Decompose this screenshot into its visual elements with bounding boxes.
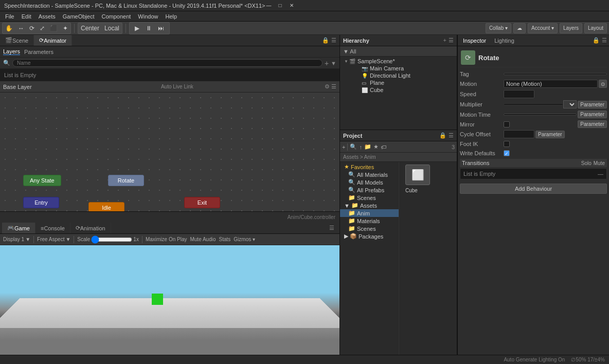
play-button[interactable]: ▶ [133,24,141,33]
fav-scenes[interactable]: 📁 Scenes [340,194,399,202]
cloud-button[interactable]: ☁ [513,23,526,33]
motion-time-param-btn[interactable]: Parameter [578,111,607,118]
project-add-btn[interactable]: + [342,144,345,150]
game-panel-menu[interactable]: ☰ [329,225,334,231]
fav-materials[interactable]: 🔍 All Materials [340,171,399,178]
assets-scenes[interactable]: 📁 Scenes [340,225,399,232]
menu-component[interactable]: Component [98,13,134,20]
menu-edit[interactable]: Edit [19,13,34,20]
close-button[interactable]: ✕ [288,2,295,9]
project-tags-btn[interactable]: 🏷 [381,144,386,150]
state-any-state[interactable]: Any State [23,175,61,186]
tab-animator[interactable]: ⟳ Animator [34,35,72,46]
hierarchy-plane[interactable]: ▭ Plane [340,79,457,86]
motion-pick-button[interactable]: ⊙ [599,80,607,88]
pause-button[interactable]: ⏸ [144,24,154,33]
menu-help[interactable]: Help [162,13,180,20]
display-selector[interactable]: Display 1 ▼ [3,236,30,242]
maximize-button[interactable]: □ [277,2,284,9]
inspector-lock-icon[interactable]: 🔒 [593,37,600,44]
foot-ik-checkbox[interactable] [504,141,510,147]
space-button[interactable]: Local [102,24,121,33]
collab-button[interactable]: Collab ▾ [486,23,511,33]
param-menu-button[interactable]: ▼ [331,60,336,66]
menu-gameobject[interactable]: GameObject [60,13,98,20]
transitions-expand-icon[interactable]: — [598,171,603,177]
transform-move[interactable]: ↔ [16,24,26,33]
project-folder-btn[interactable]: 📁 [364,143,371,150]
mute-audio[interactable]: Mute Audio [190,236,216,242]
transform-multi[interactable]: ✦ [61,24,70,33]
multiplier-param-btn[interactable]: Parameter [578,101,607,108]
multiplier-field[interactable] [504,103,563,105]
assets-materials[interactable]: 📁 Materials [340,217,399,225]
motion-value[interactable]: None (Motion) [504,80,598,88]
transform-hand[interactable]: ✋ [3,24,15,33]
transform-rotate[interactable]: ⟳ [27,24,37,33]
layers-button[interactable]: Layers [560,23,582,33]
mute-label[interactable]: Mute [594,160,605,166]
project-star-btn[interactable]: ★ [373,143,379,150]
tab-scene[interactable]: 🎬 Scene [0,35,34,46]
cycle-offset-param-btn[interactable]: Parameter [535,131,565,138]
cube-asset[interactable]: ⬜ Cube [401,164,455,194]
hierarchy-add-icon[interactable]: + [443,37,446,44]
hierarchy-light[interactable]: 💡 Directional Light [340,72,457,79]
write-defaults-checkbox[interactable]: ✓ [504,150,510,156]
hierarchy-cube[interactable]: ⬜ Cube [340,86,457,94]
multiplier-dropdown[interactable] [563,100,577,108]
search-input[interactable] [12,59,323,67]
assets-root[interactable]: ▼ 📁 Assets [340,202,399,209]
tag-value[interactable] [504,73,607,75]
motion-time-field[interactable] [504,114,577,116]
packages-root[interactable]: ▶ 📦 Packages [340,232,399,240]
project-menu-icon[interactable]: ☰ [449,132,454,139]
aspect-selector[interactable]: Free Aspect ▼ [37,236,70,242]
fav-models[interactable]: 🔍 All Models [340,178,399,186]
project-up-btn[interactable]: ↑ [359,144,362,150]
speed-input[interactable]: 1 [504,90,534,98]
scale-slider[interactable] [91,235,132,244]
layout-button[interactable]: Layout [584,23,607,33]
fav-prefabs[interactable]: 🔍 All Prefabs [340,186,399,194]
transform-scale[interactable]: ⤢ [38,24,47,33]
hierarchy-camera[interactable]: 📷 Main Camera [340,65,457,72]
animator-lock2-icon[interactable]: ☰ [331,83,336,90]
menu-file[interactable]: File [2,13,17,20]
menu-assets[interactable]: Assets [35,13,59,20]
cycle-offset-input[interactable]: 0 [504,130,534,138]
layers-tab[interactable]: Layers [3,48,20,55]
assets-anim[interactable]: 📁 Anim [340,209,399,217]
project-lock-icon[interactable]: 🔒 [439,132,446,139]
state-exit[interactable]: Exit [184,197,220,208]
hierarchy-scene[interactable]: ▼ 🎬 SampleScene* [340,58,457,65]
state-entry[interactable]: Entry [23,197,59,208]
tab-lighting[interactable]: Lighting [491,37,517,45]
tab-animation[interactable]: ⟳ Animation [70,223,111,233]
tab-game[interactable]: 🎮 Game [2,223,35,233]
transform-rect[interactable]: ⬛ [48,24,60,33]
animator-settings-icon[interactable]: ⚙ [325,83,330,90]
hierarchy-menu-icon[interactable]: ☰ [449,37,454,44]
tab-console[interactable]: ≡ Console [35,223,70,233]
animator-menu-icon[interactable]: ☰ [331,37,336,44]
pivot-button[interactable]: Center [79,24,101,33]
params-tab[interactable]: Parameters [24,49,53,55]
state-machine-canvas[interactable]: Any State Entry Rotate Idle Exit [0,93,339,211]
add-param-button[interactable]: + [325,59,329,67]
menu-window[interactable]: Window [135,13,161,20]
stats-button[interactable]: Stats [219,236,231,242]
auto-live-link[interactable]: Auto Live Link [161,84,193,89]
mirror-param-btn[interactable]: Parameter [578,120,607,128]
gizmos-button[interactable]: Gizmos ▾ [234,236,255,242]
mirror-checkbox[interactable] [504,121,510,128]
minimize-button[interactable]: — [265,2,273,9]
state-idle[interactable]: Idle [88,202,124,211]
maximize-on-play[interactable]: Maximize On Play [146,236,187,242]
add-behaviour-button[interactable]: Add Behaviour [460,184,607,194]
solo-label[interactable]: Solo [581,160,592,166]
project-search-icon[interactable]: 🔍 [350,143,357,150]
state-rotate[interactable]: Rotate [108,175,144,186]
tab-inspector[interactable]: Inspector [460,37,489,45]
favorites-section[interactable]: ★ Favorites [340,163,399,171]
